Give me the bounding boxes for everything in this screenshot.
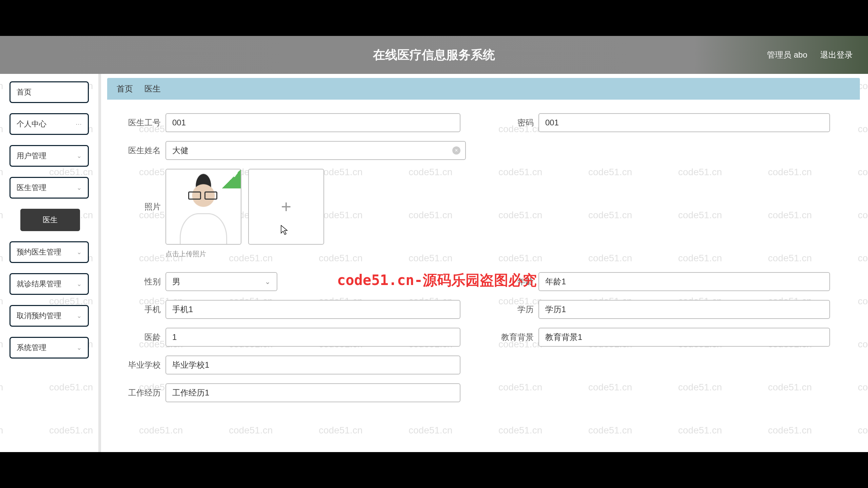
input-password[interactable]: [538, 113, 830, 132]
chevron-down-icon: ⌄: [77, 184, 82, 191]
tab-doctor[interactable]: 医生: [144, 83, 161, 94]
input-work[interactable]: [165, 383, 460, 402]
label-education: 学历: [488, 304, 538, 315]
label-doctor-id: 医生工号: [115, 117, 165, 128]
sidebar-item-label: 预约医生管理: [17, 247, 61, 257]
upload-hint: 点击上传照片: [165, 249, 850, 259]
sidebar-item-doctor-mgmt[interactable]: 医生管理 ⌄: [9, 177, 89, 199]
input-doctor-id[interactable]: [165, 113, 460, 132]
sidebar-item-label: 医生: [43, 215, 58, 225]
sidebar-item-label: 个人中心: [17, 119, 46, 129]
label-gender: 性别: [115, 276, 165, 287]
chevron-down-icon: ⌄: [265, 278, 271, 286]
chevron-down-icon: ⌄: [77, 248, 82, 256]
label-work: 工作经历: [115, 387, 165, 398]
sidebar-item-cancel-mgmt[interactable]: 取消预约管理 ⌄: [9, 305, 89, 327]
input-school[interactable]: [165, 355, 460, 374]
app-title: 在线医疗信息服务系统: [373, 47, 495, 63]
logout-link[interactable]: 退出登录: [820, 49, 853, 60]
label-doctor-name: 医生姓名: [115, 145, 165, 156]
input-years[interactable]: [165, 328, 460, 347]
label-phone: 手机: [115, 304, 165, 315]
photo-upload-button[interactable]: +: [248, 169, 324, 245]
select-gender[interactable]: 男 ⌄: [165, 272, 277, 291]
input-education[interactable]: [538, 300, 830, 319]
label-years: 医龄: [115, 332, 165, 343]
select-value: 男: [172, 276, 180, 287]
chevron-down-icon: ⌄: [77, 344, 82, 351]
input-edu-bg[interactable]: [538, 328, 830, 347]
sidebar-item-label: 就诊结果管理: [17, 279, 61, 289]
label-edu-bg: 教育背景: [488, 332, 538, 343]
clear-icon[interactable]: ×: [452, 146, 460, 155]
chevron-down-icon: ⋯: [76, 120, 82, 128]
input-doctor-name[interactable]: [165, 141, 466, 160]
label-photo: 照片: [115, 201, 165, 212]
sidebar-item-label: 取消预约管理: [17, 311, 61, 321]
app-header: 在线医疗信息服务系统 管理员 abo 退出登录: [0, 36, 868, 74]
sidebar-item-result-mgmt[interactable]: 就诊结果管理 ⌄: [9, 273, 89, 295]
sidebar-item-home[interactable]: 首页: [9, 81, 89, 103]
photo-preview[interactable]: [165, 169, 241, 245]
sidebar-item-doctor[interactable]: 医生: [20, 209, 80, 231]
sidebar-item-personal[interactable]: 个人中心 ⋯: [9, 113, 89, 135]
tab-home[interactable]: 首页: [117, 83, 133, 94]
chevron-down-icon: ⌄: [77, 152, 82, 160]
sidebar: 首页 个人中心 ⋯ 用户管理 ⌄ 医生管理 ⌄ 医生 预约医生管理 ⌄: [0, 74, 98, 452]
sidebar-item-system-mgmt[interactable]: 系统管理 ⌄: [9, 337, 89, 359]
sidebar-item-appointment-mgmt[interactable]: 预约医生管理 ⌄: [9, 241, 89, 263]
chevron-down-icon: ⌄: [77, 312, 82, 320]
input-age[interactable]: [538, 272, 830, 291]
sidebar-item-label: 系统管理: [17, 343, 46, 353]
doctor-form: 医生工号 密码 医生姓名: [101, 100, 864, 452]
tab-bar: 首页 医生: [107, 78, 860, 100]
label-age: 年龄: [488, 276, 538, 287]
current-user[interactable]: 管理员 abo: [767, 49, 807, 60]
label-school: 毕业学校: [115, 360, 165, 370]
sidebar-item-label: 首页: [17, 87, 32, 97]
sidebar-item-user-mgmt[interactable]: 用户管理 ⌄: [9, 145, 89, 167]
chevron-down-icon: ⌄: [77, 280, 82, 288]
check-icon: [222, 169, 241, 188]
sidebar-item-label: 医生管理: [17, 183, 46, 193]
main-content: 首页 医生 医生工号 密码: [98, 74, 868, 452]
input-phone[interactable]: [165, 300, 460, 319]
label-password: 密码: [488, 117, 538, 128]
sidebar-item-label: 用户管理: [17, 151, 46, 161]
